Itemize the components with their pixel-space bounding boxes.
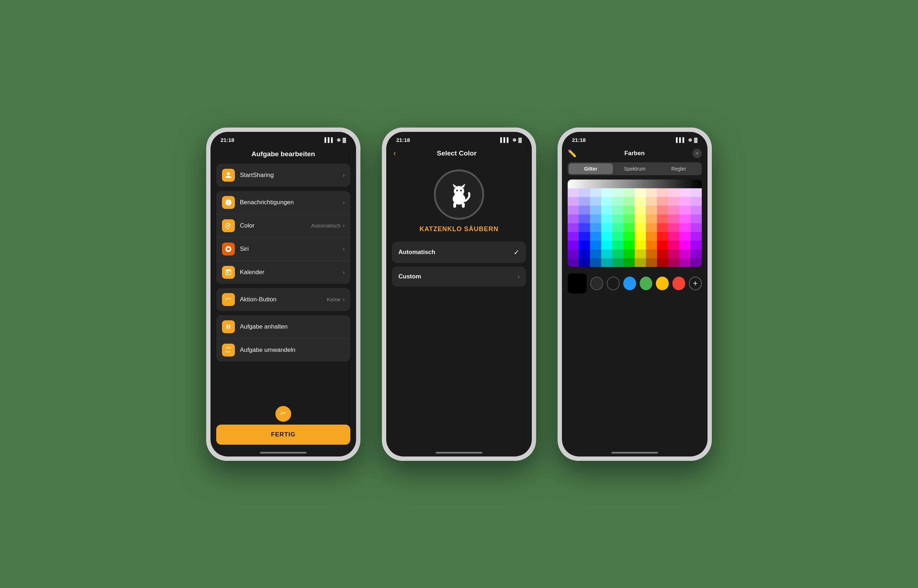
svg-point-5 [456, 189, 458, 191]
icon-startsharing [222, 169, 235, 182]
nav-title-2: Select Color [400, 149, 525, 157]
screen-2: ‹ Select Color [386, 146, 532, 457]
swatch-blue[interactable] [623, 276, 636, 290]
row-siri[interactable]: Siri › [216, 237, 350, 261]
chevron-kalender: › [343, 269, 345, 276]
time-1: 21:18 [220, 137, 234, 143]
value-aktion: Keine [327, 296, 340, 302]
home-indicator-2 [436, 452, 482, 454]
notch-2 [432, 132, 486, 143]
section-main: Benachrichtigungen › Color Automatisch ›… [216, 191, 350, 284]
back-button[interactable]: ‹ [393, 149, 396, 158]
status-icons-1: ▌▌▌ ⊛ ▓ [324, 137, 346, 143]
home-indicator-1 [260, 452, 307, 454]
fertig-button[interactable]: FERTIG [216, 425, 350, 445]
color-options: Automatisch ✓ Custom › [392, 242, 526, 290]
row-startsharing[interactable]: StartSharing › [216, 164, 350, 187]
color-tabs: Gitter Spektrum Regler [568, 162, 702, 175]
icon-kalender [222, 266, 235, 279]
label-siri: Siri [240, 246, 343, 253]
color-picker-header: ✏️ Farben ✕ [562, 146, 708, 162]
battery-icon-2: ▓ [518, 137, 522, 143]
label-custom: Custom [398, 273, 518, 280]
chevron-benachrichtigungen: › [343, 199, 345, 206]
chevron-custom: › [518, 273, 520, 280]
label-aktion: Aktion-Button [240, 296, 327, 303]
icon-aktion [222, 293, 235, 306]
label-convert: Aufgabe umwandeln [240, 346, 345, 354]
swatch-yellow[interactable] [656, 276, 669, 290]
battery-icon-3: ▓ [694, 137, 698, 143]
signal-icon-1: ▌▌▌ [324, 137, 335, 143]
task-icon-area [386, 162, 532, 225]
svg-point-2 [454, 186, 465, 196]
nav-bar-2: ‹ Select Color [386, 146, 532, 162]
color-preview-row: + [562, 271, 708, 296]
status-icons-2: ▌▌▌ ⊛ ▓ [500, 137, 522, 143]
page-title-1: Aufgabe bearbeiten [210, 146, 356, 164]
icon-color [222, 219, 235, 232]
icon-convert [222, 344, 235, 357]
svg-point-6 [460, 189, 462, 191]
row-benachrichtigungen[interactable]: Benachrichtigungen › [216, 191, 350, 214]
notch-3 [608, 132, 662, 143]
phone-2: 21:18 ▌▌▌ ⊛ ▓ ‹ Select Color [382, 128, 536, 461]
label-benachrichtigungen: Benachrichtigungen [240, 199, 343, 206]
tab-gitter[interactable]: Gitter [569, 163, 613, 174]
farben-title: Farben [576, 150, 693, 157]
swatch-black[interactable] [607, 276, 620, 290]
time-2: 21:18 [396, 137, 410, 143]
task-name: KATZENKLO SÄUBERN [386, 225, 532, 233]
row-pause[interactable]: Aufgabe anhalten [216, 315, 350, 339]
add-swatch-button[interactable]: + [689, 276, 702, 290]
label-kalender: Kalender [240, 269, 343, 276]
signal-icon-3: ▌▌▌ [676, 137, 686, 143]
phone-3: 21:18 ▌▌▌ ⊛ ▓ ✏️ Farben ✕ Gitter Spektru… [558, 128, 712, 461]
phone-1: 21:18 ▌▌▌ ⊛ ▓ Aufgabe bearbeiten StartSh… [206, 128, 360, 461]
svg-point-0 [228, 225, 230, 226]
section-aktion: Aktion-Button Keine › [216, 288, 350, 311]
row-convert[interactable]: Aufgabe umwandeln [216, 339, 350, 362]
color-canvas[interactable] [568, 179, 702, 267]
status-icons-3: ▌▌▌ ⊛ ▓ [676, 137, 698, 143]
label-automatisch: Automatisch [398, 249, 513, 256]
cat-svg [445, 180, 473, 209]
notch-1 [256, 132, 310, 143]
tab-regler[interactable]: Regler [657, 163, 701, 174]
bottom-icon [275, 406, 291, 422]
value-color: Automatisch [311, 223, 341, 229]
svg-rect-8 [462, 202, 465, 207]
check-automatisch: ✓ [513, 248, 520, 257]
icon-benachrichtigungen [222, 196, 235, 209]
screen-3: ✏️ Farben ✕ Gitter Spektrum Regler [562, 146, 708, 457]
chevron-startsharing: › [343, 172, 345, 178]
chevron-aktion: › [343, 296, 345, 303]
row-color[interactable]: Color Automatisch › [216, 214, 350, 237]
section-startsharing: StartSharing › [216, 164, 350, 187]
icon-siri [222, 242, 235, 255]
time-3: 21:18 [572, 137, 586, 143]
label-startsharing: StartSharing [240, 172, 343, 179]
close-button[interactable]: ✕ [693, 149, 702, 158]
color-grid [568, 179, 702, 267]
battery-icon-1: ▓ [343, 137, 346, 143]
label-color: Color [240, 222, 311, 229]
wifi-icon-3: ⊛ [688, 137, 692, 143]
home-indicator-3 [611, 452, 658, 454]
swatch-red[interactable] [672, 276, 685, 290]
option-automatisch[interactable]: Automatisch ✓ [392, 242, 526, 263]
cat-icon-circle [434, 170, 484, 220]
option-custom[interactable]: Custom › [392, 267, 526, 287]
wifi-icon-1: ⊛ [337, 137, 341, 143]
tab-spektrum[interactable]: Spektrum [613, 163, 657, 174]
chevron-color: › [343, 223, 345, 229]
swatch-dark[interactable] [590, 276, 603, 290]
swatch-green[interactable] [640, 276, 652, 290]
row-kalender[interactable]: Kalender › [216, 261, 350, 284]
signal-icon-2: ▌▌▌ [500, 137, 510, 143]
svg-rect-7 [453, 202, 456, 207]
icon-pause [222, 320, 235, 333]
color-preview [568, 273, 587, 294]
wifi-icon-2: ⊛ [512, 137, 516, 143]
row-aktion[interactable]: Aktion-Button Keine › [216, 288, 350, 311]
